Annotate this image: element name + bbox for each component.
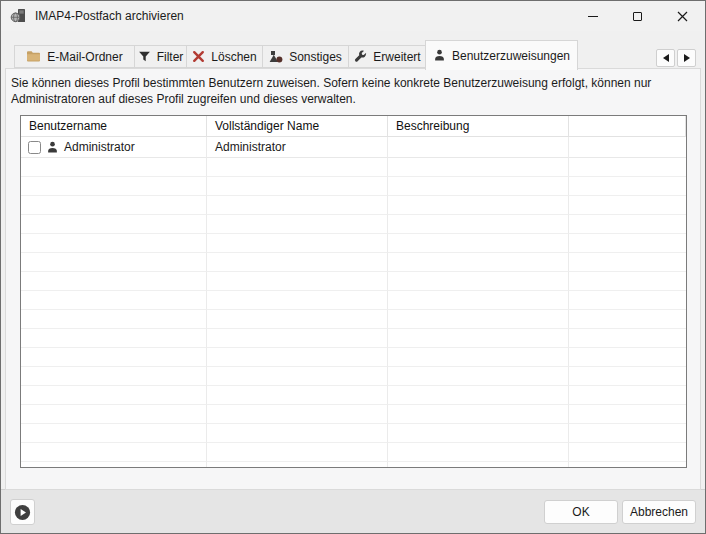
table-row-empty [21,348,686,367]
table-empty-rows [21,158,686,468]
column-header-benutzername[interactable]: Benutzername [21,116,207,137]
triangle-right-icon [684,54,690,62]
table-row-empty [21,367,686,386]
tab-loeschen[interactable]: Löschen [186,45,263,68]
app-icon [10,8,27,24]
tab-label: Filter [157,50,184,64]
tab-label: Benutzerzuweisungen [452,49,570,63]
cell-vollstaendiger-name: Administrator [207,137,388,158]
window-controls [570,1,705,31]
tab-page-benutzerzuweisungen: Sie können dieses Profil bestimmten Benu… [5,68,701,490]
table-row-empty [21,386,686,405]
table-row-empty [21,253,686,272]
table-row-empty [21,177,686,196]
table-row-administrator[interactable]: Administrator Administrator [21,137,686,158]
table-header-row: Benutzername Vollständiger Name Beschrei… [21,116,686,137]
dialog-window: IMAP4-Postfach archivieren E-Mail-Ordner… [0,0,706,534]
column-header-vollstaendiger-name[interactable]: Vollständiger Name [207,116,388,137]
tab-email-ordner[interactable]: E-Mail-Ordner [14,45,135,68]
table-row-empty [21,196,686,215]
table-row-empty [21,424,686,443]
shapes-icon [269,50,283,63]
tab-scroll-left-button[interactable] [656,49,675,67]
cell-empty [569,137,686,158]
table-row-empty [21,272,686,291]
user-checkbox[interactable] [28,141,41,154]
description-text: Sie können dieses Profil bestimmten Benu… [11,75,673,107]
table-row-empty [21,215,686,234]
cancel-button[interactable]: Abbrechen [622,500,696,524]
table-row-empty [21,158,686,177]
tab-label: Löschen [211,50,256,64]
maximize-button[interactable] [615,1,660,31]
footer-bar: OK Abbrechen [1,489,705,533]
table-row-empty [21,291,686,310]
wrench-icon [353,50,367,64]
folder-icon [26,50,41,63]
tab-label: Erweitert [373,50,420,64]
media-play-button[interactable] [10,499,35,525]
maximize-icon [633,12,642,21]
window-title: IMAP4-Postfach archivieren [35,9,184,23]
table-row-empty [21,405,686,424]
table-row-empty [21,462,686,468]
table-row-empty [21,310,686,329]
cell-benutzername: Administrator [64,140,135,154]
triangle-left-icon [663,54,669,62]
tab-scroll-right-button[interactable] [677,49,696,67]
cell-beschreibung [388,137,569,158]
close-icon [677,11,688,22]
column-header-empty[interactable] [569,116,686,137]
minimize-button[interactable] [570,1,615,31]
play-circle-icon [14,504,31,521]
column-header-beschreibung[interactable]: Beschreibung [388,116,569,137]
close-button[interactable] [660,1,705,31]
person-icon [433,49,446,62]
tab-sonstiges[interactable]: Sonstiges [262,45,349,68]
tab-label: Sonstiges [289,50,342,64]
titlebar: IMAP4-Postfach archivieren [1,1,705,31]
funnel-icon [138,50,151,63]
tab-erweitert[interactable]: Erweitert [348,45,426,68]
tab-benutzerzuweisungen[interactable]: Benutzerzuweisungen [425,40,578,70]
tab-filter[interactable]: Filter [134,45,187,68]
delete-x-icon [192,50,205,63]
person-icon [46,141,59,154]
ok-button[interactable]: OK [544,500,618,524]
table-row-empty [21,234,686,253]
minimize-icon [588,16,598,17]
tab-label: E-Mail-Ordner [47,50,122,64]
table-row-empty [21,443,686,462]
user-assignment-table[interactable]: Benutzername Vollständiger Name Beschrei… [20,115,687,468]
table-row-empty [21,329,686,348]
